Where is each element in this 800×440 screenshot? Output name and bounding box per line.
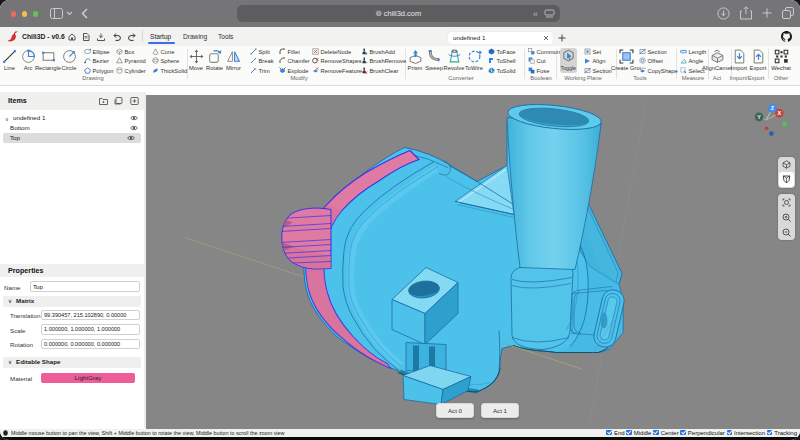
svg-text:«: « — [533, 9, 541, 18]
svg-text:X: X — [777, 110, 781, 116]
svg-text:Y: Y — [757, 114, 761, 120]
